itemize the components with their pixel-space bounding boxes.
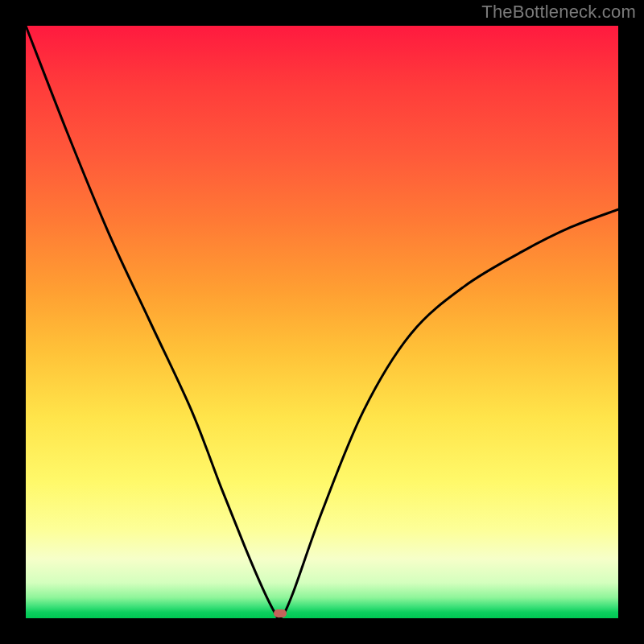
curve-minimum-marker [274, 609, 287, 617]
plot-area [26, 26, 618, 618]
bottleneck-curve [26, 26, 618, 618]
curve-line [26, 26, 618, 619]
chart-container: TheBottleneck.com [0, 0, 644, 644]
watermark-text: TheBottleneck.com [481, 2, 636, 23]
